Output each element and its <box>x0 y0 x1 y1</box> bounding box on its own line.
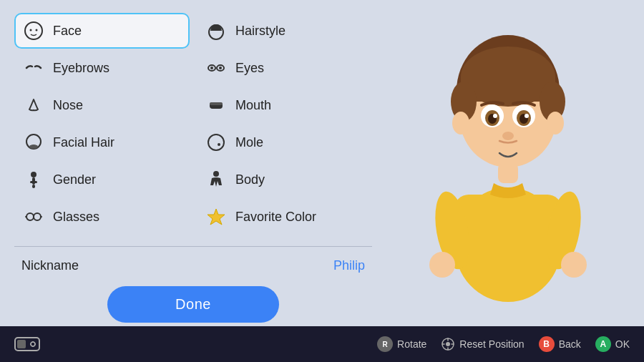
svg-point-2 <box>36 29 38 31</box>
svg-point-1 <box>30 29 32 31</box>
gender-label: Gender <box>53 172 96 187</box>
svg-point-0 <box>25 22 42 39</box>
menu-item-body[interactable]: Body <box>197 162 372 197</box>
facial-hair-label: Facial Hair <box>53 135 114 150</box>
svg-rect-42 <box>498 163 518 183</box>
svg-rect-50 <box>17 340 26 348</box>
mole-icon <box>205 132 227 153</box>
svg-point-12 <box>208 134 224 150</box>
nose-label: Nose <box>53 98 83 113</box>
reset-label: Reset Position <box>459 338 524 350</box>
menu-item-mole[interactable]: Mole <box>197 124 372 160</box>
svg-point-53 <box>34 343 36 345</box>
eyes-label: Eyes <box>235 61 264 76</box>
rotate-label: Rotate <box>397 338 426 350</box>
mouth-label: Mouth <box>235 98 271 113</box>
svg-point-52 <box>30 343 31 345</box>
console-icon <box>14 336 40 353</box>
gender-icon <box>23 169 44 190</box>
body-icon <box>205 169 227 190</box>
menu-item-gender[interactable]: Gender <box>14 162 190 197</box>
svg-point-55 <box>32 346 34 347</box>
mii-character <box>401 23 615 309</box>
svg-point-40 <box>525 114 529 118</box>
mii-svg <box>401 23 615 309</box>
svg-point-32 <box>547 112 564 134</box>
ok-action: A OK <box>595 336 630 352</box>
b-button: B <box>539 336 555 352</box>
mole-label: Mole <box>235 135 263 150</box>
svg-point-13 <box>218 143 220 146</box>
nose-icon <box>23 94 44 116</box>
nickname-label: Nickname <box>21 258 79 273</box>
facial-hair-icon <box>23 132 44 153</box>
reset-action: Reset Position <box>441 337 524 351</box>
svg-point-19 <box>26 213 34 220</box>
right-panel <box>386 13 630 319</box>
favorite-color-label: Favorite Color <box>235 210 316 225</box>
menu-item-facial-hair[interactable]: Facial Hair <box>14 124 190 160</box>
menu-item-hairstyle[interactable]: Hairstyle <box>197 13 372 49</box>
svg-point-31 <box>452 112 469 134</box>
ok-label: OK <box>615 338 630 350</box>
face-icon <box>23 20 44 41</box>
done-button-container: Done <box>14 286 372 323</box>
svg-rect-17 <box>32 185 35 188</box>
svg-point-11 <box>29 145 38 149</box>
back-label: Back <box>559 338 581 350</box>
svg-point-7 <box>219 67 222 69</box>
nickname-value: Philip <box>333 258 365 273</box>
eyebrows-label: Eyebrows <box>53 61 109 76</box>
star-icon <box>205 206 227 228</box>
glasses-icon <box>23 206 44 228</box>
reset-icon <box>441 337 455 351</box>
glasses-label: Glasses <box>53 210 99 225</box>
menu-item-favorite-color[interactable]: Favorite Color <box>197 199 372 235</box>
hairstyle-icon <box>205 20 227 41</box>
svg-point-18 <box>213 171 219 177</box>
menu-item-glasses[interactable]: Glasses <box>14 199 190 235</box>
svg-point-14 <box>31 172 36 177</box>
a-button: A <box>595 336 611 352</box>
menu-item-nose[interactable]: Nose <box>14 87 190 123</box>
svg-point-54 <box>32 341 34 343</box>
bottom-bar: R Rotate Reset Position B Back A OK <box>0 326 644 362</box>
nickname-row: Nickname Philip <box>14 253 372 279</box>
svg-point-57 <box>446 342 450 346</box>
menu-grid: Face Hairstyle <box>14 13 372 235</box>
svg-point-48 <box>561 252 587 278</box>
svg-point-5 <box>210 67 213 69</box>
bottom-left <box>14 336 40 353</box>
svg-rect-16 <box>30 181 37 183</box>
mouth-icon <box>205 94 227 116</box>
svg-point-36 <box>493 114 497 118</box>
svg-point-41 <box>502 132 514 140</box>
done-button[interactable]: Done <box>107 286 279 323</box>
menu-item-mouth[interactable]: Mouth <box>197 87 372 123</box>
menu-item-face[interactable]: Face <box>14 13 190 49</box>
rotate-action: R Rotate <box>377 336 426 352</box>
svg-point-20 <box>34 213 41 220</box>
eyes-icon <box>205 57 227 79</box>
r-button: R <box>377 336 393 352</box>
face-label: Face <box>53 24 82 39</box>
body-label: Body <box>235 172 265 187</box>
svg-point-47 <box>429 252 455 278</box>
divider <box>14 246 372 247</box>
menu-item-eyes[interactable]: Eyes <box>197 50 372 86</box>
bottom-actions: R Rotate Reset Position B Back A OK <box>377 336 630 352</box>
back-action: B Back <box>539 336 581 352</box>
menu-item-eyebrows[interactable]: Eyebrows <box>14 50 190 86</box>
left-panel: Face Hairstyle <box>14 13 372 319</box>
eyebrows-icon <box>23 57 44 79</box>
hairstyle-label: Hairstyle <box>235 24 286 39</box>
svg-marker-24 <box>208 209 225 225</box>
svg-rect-9 <box>210 102 223 105</box>
svg-rect-44 <box>454 195 562 266</box>
